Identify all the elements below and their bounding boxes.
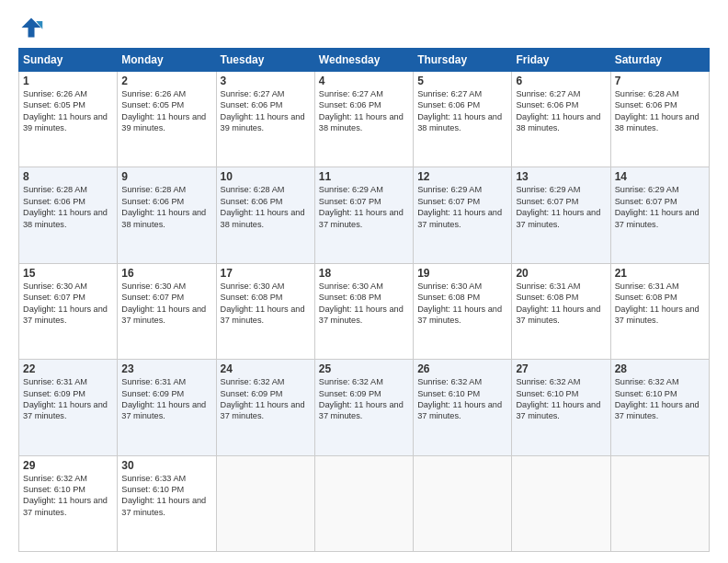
day-info: Sunrise: 6:27 AMSunset: 6:06 PMDaylight:… bbox=[319, 89, 404, 132]
day-number: 5 bbox=[417, 75, 507, 87]
calendar-cell: 9 Sunrise: 6:28 AMSunset: 6:06 PMDayligh… bbox=[118, 167, 216, 263]
day-info: Sunrise: 6:31 AMSunset: 6:08 PMDaylight:… bbox=[615, 282, 700, 325]
svg-marker-0 bbox=[22, 18, 41, 38]
calendar-cell: 7 Sunrise: 6:28 AMSunset: 6:06 PMDayligh… bbox=[610, 72, 709, 167]
calendar-cell: 19 Sunrise: 6:30 AMSunset: 6:08 PMDaylig… bbox=[414, 263, 512, 359]
calendar-cell: 26 Sunrise: 6:32 AMSunset: 6:10 PMDaylig… bbox=[414, 360, 512, 455]
calendar-cell: 6 Sunrise: 6:27 AMSunset: 6:06 PMDayligh… bbox=[512, 72, 610, 167]
calendar-week-row: 29 Sunrise: 6:32 AMSunset: 6:10 PMDaylig… bbox=[19, 455, 710, 551]
weekday-header: Saturday bbox=[610, 49, 709, 72]
day-number: 24 bbox=[221, 362, 311, 375]
day-info: Sunrise: 6:30 AMSunset: 6:08 PMDaylight:… bbox=[417, 282, 502, 325]
day-info: Sunrise: 6:32 AMSunset: 6:10 PMDaylight:… bbox=[417, 377, 502, 420]
calendar-cell: 1 Sunrise: 6:26 AMSunset: 6:05 PMDayligh… bbox=[19, 72, 118, 167]
weekday-header: Sunday bbox=[19, 49, 118, 72]
calendar-cell: 8 Sunrise: 6:28 AMSunset: 6:06 PMDayligh… bbox=[19, 167, 118, 263]
day-info: Sunrise: 6:28 AMSunset: 6:06 PMDaylight:… bbox=[121, 185, 206, 228]
weekday-header: Friday bbox=[512, 49, 610, 72]
calendar-header-row: SundayMondayTuesdayWednesdayThursdayFrid… bbox=[19, 49, 710, 72]
calendar-week-row: 8 Sunrise: 6:28 AMSunset: 6:06 PMDayligh… bbox=[19, 167, 710, 263]
weekday-header: Monday bbox=[118, 49, 216, 72]
calendar: SundayMondayTuesdayWednesdayThursdayFrid… bbox=[18, 48, 710, 552]
day-info: Sunrise: 6:29 AMSunset: 6:07 PMDaylight:… bbox=[615, 185, 700, 228]
calendar-cell: 25 Sunrise: 6:32 AMSunset: 6:09 PMDaylig… bbox=[314, 360, 413, 455]
day-number: 21 bbox=[615, 267, 705, 280]
day-info: Sunrise: 6:28 AMSunset: 6:06 PMDaylight:… bbox=[615, 89, 700, 132]
logo-icon bbox=[18, 15, 44, 40]
calendar-week-row: 1 Sunrise: 6:26 AMSunset: 6:05 PMDayligh… bbox=[19, 72, 710, 167]
day-info: Sunrise: 6:28 AMSunset: 6:06 PMDaylight:… bbox=[221, 185, 305, 228]
calendar-cell: 12 Sunrise: 6:29 AMSunset: 6:07 PMDaylig… bbox=[414, 167, 512, 263]
calendar-cell: 2 Sunrise: 6:26 AMSunset: 6:05 PMDayligh… bbox=[118, 72, 216, 167]
day-number: 23 bbox=[121, 362, 211, 375]
day-number: 9 bbox=[121, 170, 211, 183]
page: SundayMondayTuesdayWednesdayThursdayFrid… bbox=[0, 0, 728, 563]
calendar-cell: 18 Sunrise: 6:30 AMSunset: 6:08 PMDaylig… bbox=[314, 263, 413, 359]
day-number: 16 bbox=[121, 267, 211, 280]
day-info: Sunrise: 6:32 AMSunset: 6:10 PMDaylight:… bbox=[516, 377, 600, 420]
day-number: 18 bbox=[319, 267, 409, 280]
day-info: Sunrise: 6:31 AMSunset: 6:09 PMDaylight:… bbox=[121, 377, 206, 420]
weekday-header: Wednesday bbox=[314, 49, 413, 72]
day-number: 28 bbox=[615, 362, 705, 375]
day-number: 3 bbox=[221, 75, 311, 87]
calendar-cell bbox=[314, 455, 413, 551]
day-number: 13 bbox=[516, 170, 606, 183]
calendar-cell: 23 Sunrise: 6:31 AMSunset: 6:09 PMDaylig… bbox=[118, 360, 216, 455]
day-number: 25 bbox=[319, 362, 409, 375]
day-number: 1 bbox=[23, 75, 113, 87]
calendar-week-row: 22 Sunrise: 6:31 AMSunset: 6:09 PMDaylig… bbox=[19, 360, 710, 455]
calendar-cell bbox=[414, 455, 512, 551]
day-info: Sunrise: 6:29 AMSunset: 6:07 PMDaylight:… bbox=[319, 185, 404, 228]
day-info: Sunrise: 6:26 AMSunset: 6:05 PMDaylight:… bbox=[23, 89, 108, 132]
day-number: 17 bbox=[221, 267, 311, 280]
day-info: Sunrise: 6:27 AMSunset: 6:06 PMDaylight:… bbox=[516, 89, 600, 132]
day-number: 14 bbox=[615, 170, 705, 183]
calendar-cell: 20 Sunrise: 6:31 AMSunset: 6:08 PMDaylig… bbox=[512, 263, 610, 359]
calendar-cell bbox=[216, 455, 314, 551]
day-info: Sunrise: 6:31 AMSunset: 6:08 PMDaylight:… bbox=[516, 282, 600, 325]
day-number: 2 bbox=[121, 75, 211, 87]
calendar-cell: 5 Sunrise: 6:27 AMSunset: 6:06 PMDayligh… bbox=[414, 72, 512, 167]
day-number: 30 bbox=[121, 459, 211, 472]
day-number: 8 bbox=[23, 170, 113, 183]
calendar-week-row: 15 Sunrise: 6:30 AMSunset: 6:07 PMDaylig… bbox=[19, 263, 710, 359]
day-info: Sunrise: 6:27 AMSunset: 6:06 PMDaylight:… bbox=[221, 89, 305, 132]
day-info: Sunrise: 6:27 AMSunset: 6:06 PMDaylight:… bbox=[417, 89, 502, 132]
calendar-cell: 10 Sunrise: 6:28 AMSunset: 6:06 PMDaylig… bbox=[216, 167, 314, 263]
day-info: Sunrise: 6:29 AMSunset: 6:07 PMDaylight:… bbox=[516, 185, 600, 228]
day-info: Sunrise: 6:26 AMSunset: 6:05 PMDaylight:… bbox=[121, 89, 206, 132]
day-info: Sunrise: 6:30 AMSunset: 6:08 PMDaylight:… bbox=[319, 282, 404, 325]
day-number: 26 bbox=[417, 362, 507, 375]
calendar-cell: 3 Sunrise: 6:27 AMSunset: 6:06 PMDayligh… bbox=[216, 72, 314, 167]
calendar-cell: 29 Sunrise: 6:32 AMSunset: 6:10 PMDaylig… bbox=[19, 455, 118, 551]
day-number: 10 bbox=[221, 170, 311, 183]
calendar-cell: 13 Sunrise: 6:29 AMSunset: 6:07 PMDaylig… bbox=[512, 167, 610, 263]
day-number: 20 bbox=[516, 267, 606, 280]
day-info: Sunrise: 6:33 AMSunset: 6:10 PMDaylight:… bbox=[121, 474, 206, 517]
day-number: 27 bbox=[516, 362, 606, 375]
calendar-cell bbox=[512, 455, 610, 551]
calendar-cell: 22 Sunrise: 6:31 AMSunset: 6:09 PMDaylig… bbox=[19, 360, 118, 455]
calendar-cell: 15 Sunrise: 6:30 AMSunset: 6:07 PMDaylig… bbox=[19, 263, 118, 359]
day-number: 4 bbox=[319, 75, 409, 87]
day-number: 19 bbox=[417, 267, 507, 280]
day-number: 29 bbox=[23, 459, 113, 472]
day-number: 7 bbox=[615, 75, 705, 87]
day-number: 6 bbox=[516, 75, 606, 87]
day-info: Sunrise: 6:30 AMSunset: 6:07 PMDaylight:… bbox=[23, 282, 108, 325]
day-info: Sunrise: 6:31 AMSunset: 6:09 PMDaylight:… bbox=[23, 377, 108, 420]
calendar-cell: 28 Sunrise: 6:32 AMSunset: 6:10 PMDaylig… bbox=[610, 360, 709, 455]
day-number: 22 bbox=[23, 362, 113, 375]
calendar-cell: 21 Sunrise: 6:31 AMSunset: 6:08 PMDaylig… bbox=[610, 263, 709, 359]
logo bbox=[18, 15, 48, 40]
day-info: Sunrise: 6:32 AMSunset: 6:09 PMDaylight:… bbox=[319, 377, 404, 420]
calendar-cell: 16 Sunrise: 6:30 AMSunset: 6:07 PMDaylig… bbox=[118, 263, 216, 359]
calendar-cell: 24 Sunrise: 6:32 AMSunset: 6:09 PMDaylig… bbox=[216, 360, 314, 455]
day-info: Sunrise: 6:30 AMSunset: 6:08 PMDaylight:… bbox=[221, 282, 305, 325]
day-info: Sunrise: 6:29 AMSunset: 6:07 PMDaylight:… bbox=[417, 185, 502, 228]
weekday-header: Thursday bbox=[414, 49, 512, 72]
calendar-cell: 11 Sunrise: 6:29 AMSunset: 6:07 PMDaylig… bbox=[314, 167, 413, 263]
calendar-cell: 14 Sunrise: 6:29 AMSunset: 6:07 PMDaylig… bbox=[610, 167, 709, 263]
calendar-body: 1 Sunrise: 6:26 AMSunset: 6:05 PMDayligh… bbox=[19, 72, 710, 552]
